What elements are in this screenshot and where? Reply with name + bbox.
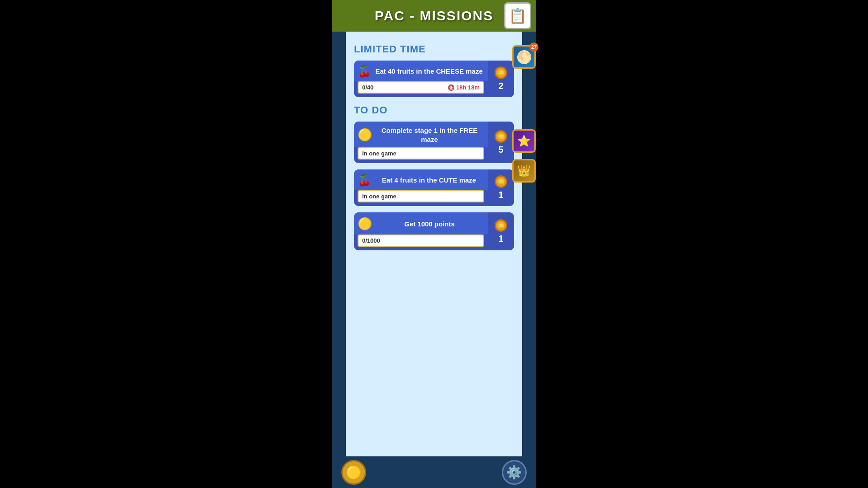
todo-mission-1[interactable]: 🟡 Complete stage 1 in the FREE maze In o… [354, 122, 514, 163]
coin-icon: 🪙 [495, 66, 507, 79]
pacman-icon-3: 🟡 [358, 217, 372, 231]
reward-num: 2 [498, 81, 503, 91]
cherry-icon-2: 🍒 [358, 174, 371, 187]
mission-top-1: 🟡 Complete stage 1 in the FREE maze [354, 122, 488, 147]
coin-icon-2: 🪙 [495, 175, 507, 188]
mission-top: 🍒 Eat 40 fruits in the CHEESE maze [354, 61, 488, 81]
reward-badge: 🪙 2 [488, 61, 514, 97]
star-deco: ⭐ [517, 135, 531, 147]
reward-badge-3: 🪙 1 [488, 212, 514, 250]
mission-sub-1: In one game [358, 147, 484, 160]
todo-mission-3[interactable]: 🟡 Get 1000 points 0/1000 🪙 1 [354, 212, 514, 250]
mission-main-1: 🟡 Complete stage 1 in the FREE maze In o… [354, 122, 488, 163]
mission-text-2: Eat 4 fruits in the CUTE maze [375, 176, 483, 185]
mission-progress: 0/40 ⏱ 18h 18m [358, 81, 484, 94]
side-deco-2: ⭐ [512, 129, 536, 153]
cherry-icon: 🍒 [358, 65, 371, 78]
timer-icon: ⏱ [448, 84, 454, 91]
todo-label: TO DO [354, 104, 514, 116]
content-panel: LIMITED TIME 🍒 Eat 40 fruits in the CHEE… [346, 32, 522, 488]
timer: ⏱ 18h 18m [448, 84, 480, 91]
coin-icon-3: 🪙 [495, 219, 507, 232]
mission-main-3: 🟡 Get 1000 points 0/1000 [354, 212, 488, 250]
limited-time-mission-card[interactable]: 🍒 Eat 40 fruits in the CHEESE maze 0/40 … [354, 61, 514, 97]
moon-deco: 🌕 [516, 50, 532, 65]
pacman-icon-1: 🟡 [358, 128, 372, 142]
mission-main: 🍒 Eat 40 fruits in the CHEESE maze 0/40 … [354, 61, 488, 97]
bottom-left-icon: 🟡 [346, 465, 362, 480]
reward-num-1: 5 [498, 145, 503, 155]
reward-badge-1: 🪙 5 [488, 122, 514, 163]
bottom-left-button[interactable]: 🟡 [341, 460, 366, 485]
clipboard-icon[interactable]: 📋 [504, 2, 531, 29]
reward-num-3: 1 [498, 234, 503, 244]
mission-main-2: 🍒 Eat 4 fruits in the CUTE maze In one g… [354, 169, 488, 206]
timer-value: 18h 18m [456, 84, 480, 91]
reward-num-2: 1 [498, 190, 503, 200]
gear-icon: ⚙️ [506, 465, 522, 480]
header: PAC - MISSIONS 📋 [332, 0, 536, 32]
mission-text-3: Get 1000 points [376, 220, 483, 229]
side-deco-3: 👑 [512, 159, 536, 183]
mission-top-2: 🍒 Eat 4 fruits in the CUTE maze [354, 169, 488, 190]
mission-top-3: 🟡 Get 1000 points [354, 212, 488, 235]
reward-badge-2: 🪙 1 [488, 169, 514, 206]
todo-section: TO DO 🟡 Complete stage 1 in the FREE maz… [354, 104, 514, 250]
side-deco-1: 🌕 27 [512, 45, 536, 69]
bottom-bar: 🟡 ⚙️ [332, 456, 536, 488]
todo-mission-2[interactable]: 🍒 Eat 4 fruits in the CUTE maze In one g… [354, 169, 514, 206]
page-title: PAC - MISSIONS [375, 8, 493, 23]
crown-deco: 👑 [517, 164, 531, 177]
settings-button[interactable]: ⚙️ [502, 460, 527, 485]
mission-progress-3: 0/1000 [358, 235, 484, 247]
deco-badge-num: 27 [529, 42, 538, 52]
progress-value: 0/40 [362, 84, 373, 91]
mission-text: Eat 40 fruits in the CHEESE maze [375, 67, 483, 76]
mission-sub-2: In one game [358, 190, 484, 202]
limited-time-label: LIMITED TIME [354, 43, 514, 55]
coin-icon-1: 🪙 [495, 130, 507, 143]
mission-text-1: Complete stage 1 in the FREE maze [376, 126, 483, 144]
